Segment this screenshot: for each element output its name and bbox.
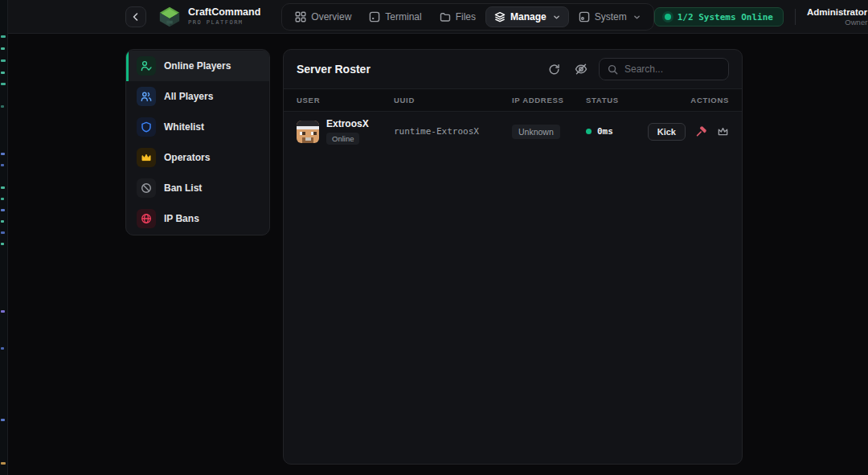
kick-button[interactable]: Kick [648, 123, 686, 141]
ip-address-badge: Unknown [512, 125, 560, 139]
shield-icon [137, 117, 156, 137]
users-icon [137, 87, 156, 106]
crown-icon [137, 148, 156, 167]
refresh-icon [548, 63, 560, 76]
sidebar-item-label: Ban List [164, 182, 202, 194]
ping-value: 0ms [597, 126, 613, 137]
players-sidebar: Online Players All Players Whitelist Ope… [125, 49, 270, 235]
user-check-icon [137, 56, 156, 76]
brand: CraftCommand PRO PLATFORM [188, 7, 260, 26]
grass-block-logo [158, 6, 182, 28]
presence-badge: Online [326, 133, 359, 145]
nav-item-terminal[interactable]: Terminal [361, 7, 429, 27]
layers-icon [494, 11, 506, 23]
main-nav: Overview Terminal Files Manage System [281, 3, 653, 31]
chevron-down-icon [553, 14, 560, 21]
folder-icon [440, 11, 451, 23]
sidebar-item-online-players[interactable]: Online Players [126, 51, 269, 81]
col-ip: IP ADDRESS [512, 96, 586, 104]
crown-outline-icon [717, 125, 729, 137]
col-user: USER [297, 96, 394, 104]
user-name: Administrator [807, 6, 867, 18]
sidebar-item-operators[interactable]: Operators [126, 142, 269, 173]
ban-hammer-button[interactable] [695, 125, 707, 137]
systems-status-badge: 1/2 Systems Online [654, 7, 784, 27]
ban-icon [137, 178, 156, 198]
nav-item-files[interactable]: Files [432, 7, 484, 27]
search-icon [608, 64, 618, 75]
chevron-left-icon [131, 12, 141, 22]
user-role: Owner [807, 18, 867, 27]
col-uuid: UUID [394, 96, 512, 104]
player-name: ExtroosX [326, 118, 369, 129]
grid-icon [295, 11, 306, 23]
table-row: ExtroosX Online runtime-ExtroosX Unknown… [284, 112, 742, 151]
col-actions: ACTIONS [690, 96, 729, 104]
globe-icon [137, 209, 156, 228]
make-operator-button[interactable] [717, 125, 729, 137]
player-uuid: runtime-ExtroosX [394, 126, 512, 137]
eye-off-icon [575, 63, 588, 76]
terminal-icon [369, 11, 380, 23]
status-badge-label: 1/2 Systems Online [678, 12, 773, 23]
sidebar-item-ip-bans[interactable]: IP Bans [126, 203, 269, 234]
sidebar-item-all-players[interactable]: All Players [126, 81, 269, 112]
nav-label: System [595, 11, 627, 23]
nav-item-manage[interactable]: Manage [485, 6, 569, 27]
current-user: Administrator Owner [807, 6, 867, 27]
table-header: USER UUID IP ADDRESS STATUS ACTIONS [284, 88, 742, 112]
nav-item-system[interactable]: System [571, 7, 649, 27]
sidebar-item-label: Operators [164, 152, 210, 163]
search-box[interactable] [599, 58, 729, 80]
ping-dot-icon [586, 129, 592, 134]
back-button[interactable] [125, 6, 146, 27]
player-avatar [297, 121, 319, 143]
search-input[interactable] [624, 63, 713, 75]
refresh-button[interactable] [544, 59, 563, 79]
page-body: Online Players All Players Whitelist Ope… [8, 34, 868, 475]
app-header: CraftCommand PRO PLATFORM Overview Termi… [8, 0, 868, 34]
nav-label: Manage [510, 11, 547, 23]
sidebar-item-ban-list[interactable]: Ban List [126, 173, 269, 203]
nav-item-overview[interactable]: Overview [287, 7, 359, 27]
panel-title: Server Roster [297, 63, 371, 76]
ping-status: 0ms [586, 126, 648, 137]
sidebar-item-label: Online Players [164, 60, 231, 72]
background-window-edge [0, 0, 8, 475]
chevron-down-icon [633, 14, 641, 21]
server-icon [579, 11, 590, 23]
nav-label: Terminal [385, 11, 421, 23]
status-dot-icon [665, 14, 671, 20]
gavel-icon [695, 125, 707, 137]
server-roster-panel: Server Roster USER UUID I [283, 49, 743, 465]
col-status: STATUS [586, 96, 690, 104]
divider [795, 9, 796, 25]
brand-title: CraftCommand [188, 7, 260, 18]
nav-label: Files [456, 11, 476, 23]
hide-offline-button[interactable] [571, 59, 591, 79]
sidebar-item-whitelist[interactable]: Whitelist [126, 112, 269, 142]
sidebar-item-label: IP Bans [164, 213, 199, 224]
nav-label: Overview [311, 11, 351, 23]
sidebar-item-label: Whitelist [164, 121, 204, 133]
brand-subtitle: PRO PLATFORM [188, 20, 260, 27]
sidebar-item-label: All Players [164, 91, 213, 102]
